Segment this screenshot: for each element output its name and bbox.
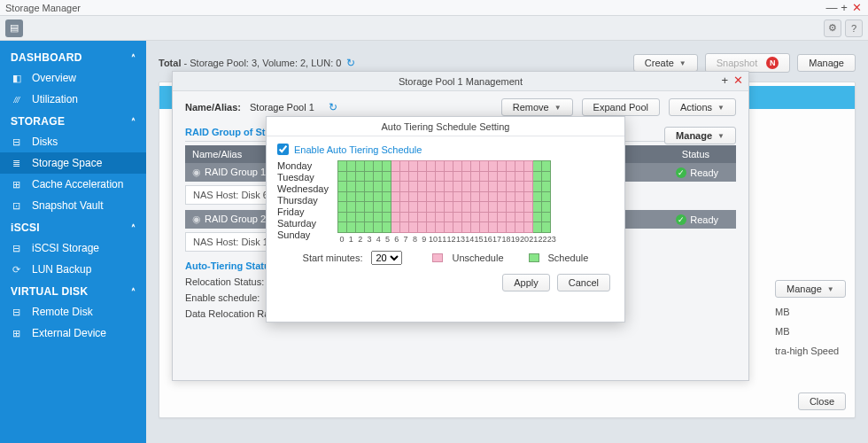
schedule-cell[interactable]	[488, 212, 497, 222]
schedule-cell[interactable]	[399, 171, 408, 182]
schedule-cell[interactable]	[408, 222, 417, 233]
schedule-cell[interactable]	[497, 171, 506, 182]
schedule-cell[interactable]	[444, 222, 453, 233]
schedule-cell[interactable]	[461, 202, 470, 213]
schedule-cell[interactable]	[453, 171, 461, 182]
schedule-cell[interactable]	[346, 202, 355, 213]
close-button[interactable]: Close	[798, 392, 846, 410]
schedule-cell[interactable]	[515, 191, 523, 202]
schedule-cell[interactable]	[515, 222, 523, 233]
schedule-cell[interactable]	[470, 191, 479, 202]
schedule-cell[interactable]	[426, 161, 435, 172]
schedule-cell[interactable]	[426, 202, 435, 213]
schedule-cell[interactable]	[337, 202, 346, 213]
schedule-cell[interactable]	[461, 212, 470, 222]
schedule-cell[interactable]	[515, 212, 523, 222]
schedule-cell[interactable]	[382, 171, 391, 182]
schedule-cell[interactable]	[417, 212, 426, 222]
schedule-cell[interactable]	[399, 191, 408, 202]
schedule-cell[interactable]	[497, 182, 506, 192]
sidebar-item-remote-disk[interactable]: ⊟Remote Disk	[0, 301, 146, 323]
schedule-cell[interactable]	[497, 212, 506, 222]
schedule-cell[interactable]	[506, 182, 515, 192]
schedule-cell[interactable]	[497, 161, 506, 172]
schedule-cell[interactable]	[541, 182, 550, 192]
schedule-cell[interactable]	[444, 191, 453, 202]
schedule-cell[interactable]	[532, 182, 541, 192]
schedule-cell[interactable]	[337, 222, 346, 233]
section-manage-button[interactable]: Manage▼	[664, 127, 736, 144]
create-button[interactable]: Create▼	[633, 54, 698, 72]
schedule-cell[interactable]	[479, 222, 488, 233]
schedule-cell[interactable]	[373, 191, 382, 202]
schedule-cell[interactable]	[391, 202, 399, 213]
schedule-cell[interactable]	[470, 212, 479, 222]
schedule-cell[interactable]	[337, 171, 346, 182]
schedule-cell[interactable]	[479, 182, 488, 192]
schedule-cell[interactable]	[523, 202, 532, 213]
actions-button[interactable]: Actions▼	[669, 98, 736, 116]
schedule-grid[interactable]	[337, 160, 551, 233]
schedule-cell[interactable]	[515, 161, 523, 172]
manage-button[interactable]: Manage	[797, 54, 856, 72]
enable-schedule-checkbox[interactable]	[277, 144, 289, 155]
schedule-cell[interactable]	[382, 202, 391, 213]
expand-pool-button[interactable]: Expand Pool	[582, 98, 660, 116]
schedule-cell[interactable]	[506, 212, 515, 222]
schedule-cell[interactable]	[373, 222, 382, 233]
minimize-icon[interactable]: —	[825, 1, 838, 14]
schedule-cell[interactable]	[470, 161, 479, 172]
schedule-cell[interactable]	[523, 212, 532, 222]
schedule-cell[interactable]	[417, 191, 426, 202]
schedule-cell[interactable]	[373, 202, 382, 213]
schedule-cell[interactable]	[506, 191, 515, 202]
schedule-cell[interactable]	[461, 161, 470, 172]
schedule-cell[interactable]	[453, 191, 461, 202]
schedule-cell[interactable]	[373, 161, 382, 172]
schedule-cell[interactable]	[541, 212, 550, 222]
schedule-cell[interactable]	[506, 222, 515, 233]
schedule-cell[interactable]	[523, 182, 532, 192]
schedule-cell[interactable]	[488, 182, 497, 192]
schedule-cell[interactable]	[355, 212, 364, 222]
schedule-cell[interactable]	[541, 171, 550, 182]
sidebar-item-disks[interactable]: ⊟Disks	[0, 131, 146, 152]
schedule-cell[interactable]	[523, 171, 532, 182]
schedule-cell[interactable]	[355, 191, 364, 202]
schedule-cell[interactable]	[391, 212, 399, 222]
schedule-cell[interactable]	[453, 212, 461, 222]
maximize-icon[interactable]: +	[838, 1, 850, 14]
schedule-cell[interactable]	[532, 171, 541, 182]
manage-dropdown[interactable]: Manage▼	[775, 280, 846, 298]
schedule-cell[interactable]	[391, 161, 399, 172]
schedule-cell[interactable]	[444, 171, 453, 182]
schedule-cell[interactable]	[470, 202, 479, 213]
schedule-cell[interactable]	[364, 222, 373, 233]
expand-icon[interactable]: ◉	[192, 214, 201, 224]
schedule-cell[interactable]	[417, 182, 426, 192]
schedule-cell[interactable]	[497, 202, 506, 213]
sidebar-item-cache-acceleration[interactable]: ⊞Cache Acceleration	[0, 174, 146, 195]
schedule-cell[interactable]	[541, 161, 550, 172]
sidebar-item-overview[interactable]: ◧Overview	[0, 67, 146, 89]
schedule-cell[interactable]	[346, 182, 355, 192]
schedule-cell[interactable]	[470, 222, 479, 233]
schedule-cell[interactable]	[399, 212, 408, 222]
schedule-cell[interactable]	[391, 191, 399, 202]
cancel-button[interactable]: Cancel	[557, 274, 610, 291]
expand-icon[interactable]: ◉	[192, 167, 201, 177]
schedule-cell[interactable]	[408, 182, 417, 192]
help-button[interactable]: ?	[845, 19, 863, 37]
schedule-cell[interactable]	[523, 161, 532, 172]
schedule-cell[interactable]	[364, 161, 373, 172]
schedule-cell[interactable]	[426, 171, 435, 182]
schedule-cell[interactable]	[426, 222, 435, 233]
schedule-cell[interactable]	[461, 182, 470, 192]
sidebar-group-dashboard[interactable]: DASHBOARD˄	[0, 46, 146, 67]
schedule-cell[interactable]	[461, 191, 470, 202]
schedule-cell[interactable]	[515, 182, 523, 192]
schedule-cell[interactable]	[541, 191, 550, 202]
schedule-cell[interactable]	[541, 202, 550, 213]
schedule-cell[interactable]	[391, 182, 399, 192]
schedule-cell[interactable]	[346, 222, 355, 233]
